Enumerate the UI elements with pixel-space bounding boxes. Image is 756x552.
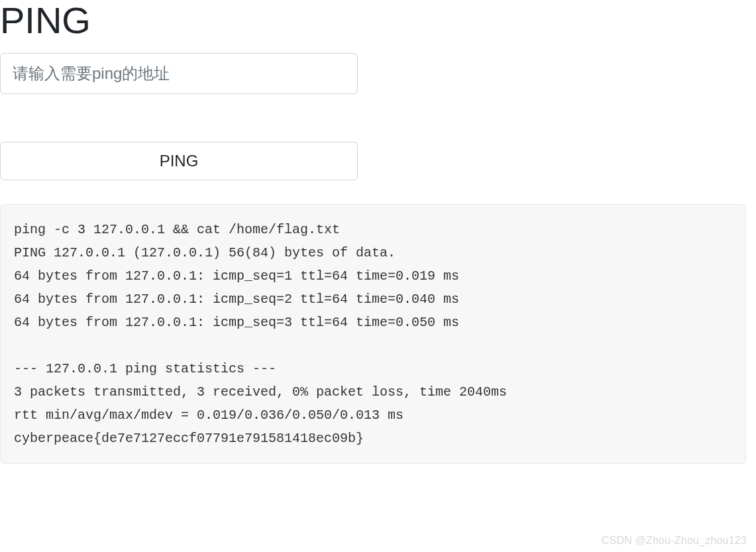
ping-form: PING	[0, 53, 756, 180]
ping-output: ping -c 3 127.0.0.1 && cat /home/flag.tx…	[0, 204, 746, 464]
address-input[interactable]	[0, 53, 358, 94]
watermark: CSDN @Zhou-Zhou_zhou123	[602, 535, 747, 547]
ping-button[interactable]: PING	[0, 142, 358, 180]
page-title: PING	[0, 0, 756, 41]
